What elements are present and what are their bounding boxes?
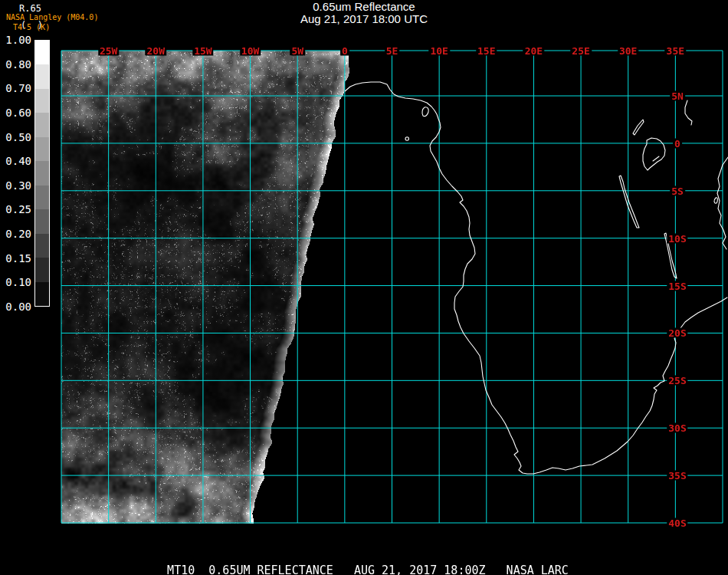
lake-tanganyika [619,176,639,228]
lon-label: 20E [523,46,544,56]
lake-victoria [643,138,665,170]
map-overlay [0,0,728,575]
lat-label: 35S [667,471,687,481]
lat-label: 0 [673,138,682,148]
coastline-africa-main [345,82,727,474]
lat-label: 10S [667,233,687,243]
lon-label: 10E [428,46,449,56]
coastline-layer [345,82,728,474]
island-sao-tome [405,137,408,140]
lat-label: 5N [670,91,685,101]
lon-label: 15E [476,46,497,56]
lat-label: 5S [670,186,685,196]
screen: 0.65um Reflectance Aug 21, 2017 18:00 UT… [0,0,728,575]
lon-label: 15W [192,46,213,56]
lat-label: 20S [667,328,687,338]
lat-label: 40S [667,518,687,528]
lon-label: 25W [98,46,119,56]
footer-caption: MT10 0.65UM REFLECTANCE AUG 21, 2017 18:… [167,564,569,575]
lon-label: 5E [385,46,400,56]
lon-label: 20W [146,46,166,56]
lon-label: 5W [290,46,305,56]
lon-label: 35E [665,46,686,56]
lat-label: 30S [667,423,687,433]
lat-label: 25S [667,376,687,386]
graticule [61,51,723,523]
island-bioko [422,107,428,117]
lake-albert [633,120,644,135]
lon-label: 0 [340,46,349,56]
lon-label: 25E [570,46,591,56]
lake-turkana [685,100,692,125]
lon-label: 10W [240,46,261,56]
lon-label: 30E [618,46,638,56]
lat-label: 15S [667,281,687,291]
island-zanzibar [714,198,717,204]
